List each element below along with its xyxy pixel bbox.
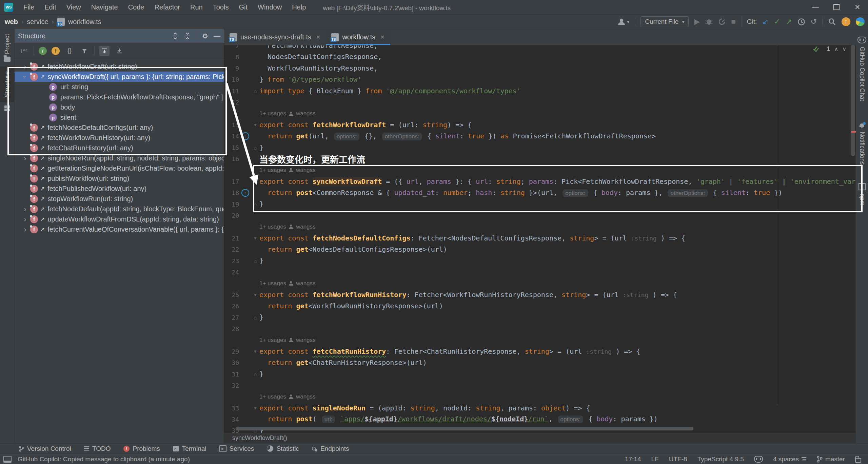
- structure-item[interactable]: f↗fetchWorkflowRunHistory(url: any): [15, 133, 224, 143]
- gear-icon[interactable]: ⚙: [202, 32, 208, 40]
- caret-position[interactable]: 17:14: [625, 456, 641, 463]
- tool-window-quick-access-icon[interactable]: [3, 456, 12, 463]
- code-text[interactable]: export const syncWorkflowDraft = ({ url,…: [259, 176, 856, 187]
- code-text[interactable]: return get<WorkflowRunHistoryResponse>(u…: [259, 301, 443, 312]
- structure-item[interactable]: ›f↗fetchNodeDefault(appId: string, block…: [15, 204, 224, 214]
- line-number[interactable]: 10: [224, 76, 239, 83]
- line-number[interactable]: 29: [224, 348, 239, 355]
- fold-marker-icon[interactable]: ⌂: [251, 145, 259, 151]
- menu-tools[interactable]: Tools: [213, 3, 229, 11]
- menu-navigate[interactable]: Navigate: [91, 3, 118, 11]
- line-number[interactable]: 22: [224, 246, 239, 253]
- line-number[interactable]: 20: [224, 212, 239, 219]
- structure-item[interactable]: purl: string: [15, 82, 224, 92]
- code-text[interactable]: }: [259, 255, 263, 266]
- run-button[interactable]: ▶: [694, 17, 700, 26]
- line-ending[interactable]: LF: [651, 456, 659, 463]
- line-number[interactable]: 11: [224, 88, 239, 95]
- close-icon[interactable]: ✕: [380, 34, 384, 40]
- expand-chevron-icon[interactable]: ›: [20, 154, 30, 162]
- profiler-button[interactable]: [718, 18, 726, 25]
- close-button[interactable]: ✕: [847, 0, 868, 14]
- structure-item[interactable]: pparams: Pick<FetchWorkflowDraftResponse…: [15, 92, 224, 102]
- filter-icon[interactable]: [79, 46, 90, 56]
- menu-refactor[interactable]: Refactor: [154, 3, 180, 11]
- code-text[interactable]: return post( url: `apps/${appId}/workflo…: [259, 413, 658, 425]
- show-fields-icon[interactable]: f: [52, 47, 60, 55]
- maximize-button[interactable]: [826, 0, 847, 14]
- line-number[interactable]: 14: [224, 133, 239, 140]
- tool-window-button-services[interactable]: ▶Services: [219, 445, 254, 452]
- structure-item[interactable]: f↗stopWorkflowRun(url: string): [15, 194, 224, 204]
- autoscroll-from-source-icon[interactable]: [114, 46, 124, 56]
- fold-marker-icon[interactable]: ▾: [251, 178, 259, 185]
- fold-marker-icon[interactable]: ▾: [251, 235, 259, 241]
- line-number[interactable]: 23: [224, 257, 239, 265]
- collapse-all-icon[interactable]: [184, 33, 191, 39]
- line-number[interactable]: 17: [224, 178, 239, 185]
- fold-marker-icon[interactable]: ⌂: [251, 315, 259, 321]
- prev-problem-icon[interactable]: ∧: [834, 46, 839, 52]
- search-everywhere-icon[interactable]: [828, 18, 836, 26]
- git-push-icon[interactable]: ↗: [786, 17, 792, 26]
- usages-inlay[interactable]: 1+ usageswangss: [259, 224, 316, 230]
- fold-marker-icon[interactable]: ▾: [251, 405, 259, 411]
- editor-tab-use-nodes-sync-draft.ts[interactable]: TSuse-nodes-sync-draft.ts✕: [224, 29, 326, 45]
- breadcrumb-web[interactable]: web: [5, 18, 18, 26]
- tool-window-structure[interactable]: Structure: [0, 66, 14, 102]
- line-number[interactable]: 32: [224, 382, 239, 389]
- gutter-navigate-icon[interactable]: ↑: [241, 132, 249, 140]
- fold-marker-icon[interactable]: ⌂: [251, 258, 259, 264]
- line-number[interactable]: 28: [224, 325, 239, 332]
- tool-window-project[interactable]: Project: [0, 29, 14, 66]
- line-number[interactable]: 9: [224, 65, 239, 72]
- line-number[interactable]: 25: [224, 291, 239, 298]
- usages-inlay[interactable]: 1+ usageswangss: [259, 393, 316, 400]
- usages-inlay[interactable]: 1+ usageswangss: [259, 110, 316, 117]
- line-number[interactable]: 13: [224, 121, 239, 129]
- breadcrumb-service[interactable]: service: [27, 18, 48, 26]
- lock-icon[interactable]: [855, 458, 861, 463]
- menu-window[interactable]: Window: [258, 3, 282, 11]
- show-inherited-icon[interactable]: i: [39, 47, 47, 55]
- git-commit-icon[interactable]: ✓: [774, 17, 780, 26]
- menu-code[interactable]: Code: [128, 3, 144, 11]
- code-text[interactable]: export const fetchWorkflowRunHistory: Fe…: [259, 289, 677, 301]
- menu-view[interactable]: View: [66, 3, 81, 11]
- show-locals-icon[interactable]: {}: [64, 46, 75, 56]
- code-text[interactable]: return get(url, options: {}, otherOption…: [259, 131, 656, 142]
- line-number[interactable]: 15: [224, 144, 239, 151]
- structure-item[interactable]: ›f↗fetchWorkflowDraft(url: string): [15, 61, 224, 72]
- tool-window-button-terminal[interactable]: >_Terminal: [173, 445, 206, 452]
- vertical-scrollbar[interactable]: [851, 45, 855, 156]
- user-account-icon[interactable]: ▾: [617, 18, 629, 26]
- code-text[interactable]: export const fetchWorkflowDraft = (url: …: [259, 119, 472, 131]
- breadcrumb-file[interactable]: workflow.ts: [68, 18, 101, 26]
- git-branch[interactable]: master: [816, 456, 845, 463]
- gutter-navigate-icon[interactable]: ↑: [241, 189, 249, 197]
- structure-item[interactable]: ›f↗fetchCurrentValueOfConversationVariab…: [15, 224, 224, 234]
- run-configuration-select[interactable]: Current File ▾: [640, 16, 689, 27]
- line-number[interactable]: 27: [224, 314, 239, 321]
- next-problem-icon[interactable]: ∨: [842, 46, 846, 52]
- structure-item[interactable]: f↗getIterationSingleNodeRunUrl(isChatFlo…: [15, 163, 224, 173]
- line-number[interactable]: 34: [224, 416, 239, 423]
- structure-item[interactable]: psilent: [15, 112, 224, 122]
- debug-button[interactable]: [705, 18, 713, 25]
- git-update-icon[interactable]: ↙: [762, 17, 768, 26]
- tool-window-notifications[interactable]: Notifications: [859, 119, 866, 169]
- code-text[interactable]: export const singleNodeRun = (appId: str…: [259, 403, 590, 414]
- menu-help[interactable]: Help: [292, 3, 306, 11]
- tool-window-button-statistic[interactable]: Statistic: [267, 445, 299, 452]
- code-area[interactable]: 7 FetchWorkflowDraftResponse,8 NodesDefa…: [224, 40, 856, 437]
- code-text[interactable]: WorkflowRunHistoryResponse,: [259, 63, 378, 74]
- fold-marker-icon[interactable]: ▾: [251, 122, 259, 128]
- line-number[interactable]: 16: [224, 155, 239, 162]
- code-text[interactable]: } from '@/types/workflow': [259, 74, 361, 85]
- expand-chevron-icon[interactable]: ›: [20, 62, 30, 71]
- hide-panel-icon[interactable]: —: [214, 32, 220, 40]
- line-number[interactable]: 8: [224, 54, 239, 61]
- expand-chevron-icon[interactable]: ›: [21, 72, 29, 82]
- inspection-widget[interactable]: ✓✓ 1 ∧ ∨: [812, 45, 846, 53]
- file-encoding[interactable]: UTF-8: [669, 456, 687, 463]
